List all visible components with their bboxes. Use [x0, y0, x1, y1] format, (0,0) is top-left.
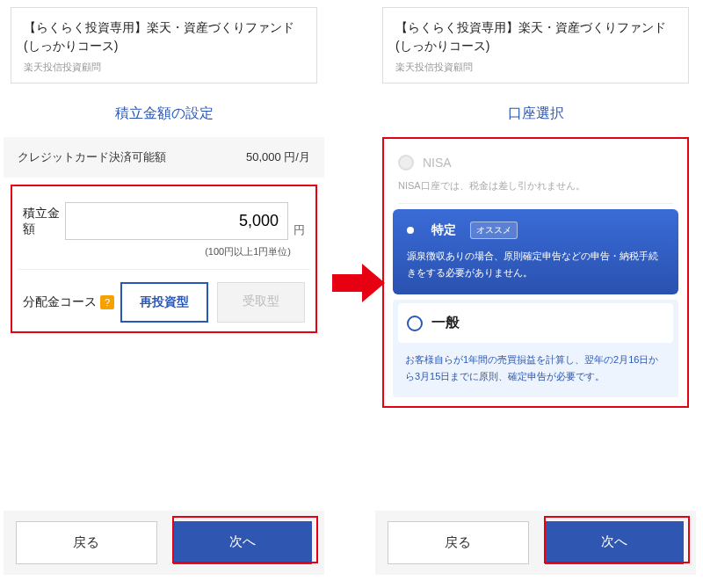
amount-label: 積立金額 — [23, 206, 65, 237]
option-nisa[interactable]: NISA NISA口座では、税金は差し引かれません。 — [384, 144, 687, 203]
credit-limit-row: クレジットカード決済可能額 50,000 円/月 — [4, 137, 324, 178]
help-icon[interactable]: ? — [100, 295, 114, 309]
amount-row: 積立金額 円 — [18, 192, 310, 242]
fund-card: 【らくらく投資専用】楽天・資産づくりファンド(しっかりコース) 楽天投信投資顧問 — [11, 7, 317, 83]
fund-name: 【らくらく投資専用】楽天・資産づくりファンド(しっかりコース) — [24, 18, 304, 55]
option-ippan-label: 一般 — [431, 314, 460, 332]
radio-icon — [398, 155, 414, 171]
footer-right: 戻る 次へ — [375, 511, 696, 575]
section-title-amount: 積立金額の設定 — [4, 105, 324, 123]
fund-name: 【らくらく投資専用】楽天・資産づくりファンド(しっかりコース) — [395, 18, 676, 55]
divider — [398, 203, 673, 204]
panel-account-select: 【らくらく投資専用】楽天・資産づくりファンド(しっかりコース) 楽天投信投資顧問… — [375, 0, 696, 580]
next-button[interactable]: 次へ — [173, 521, 313, 564]
credit-limit-value: 50,000 円/月 — [246, 149, 310, 165]
section-title-account: 口座選択 — [375, 105, 696, 123]
distribution-row: 分配金コース ? 再投資型 受取型 — [18, 279, 310, 324]
back-button[interactable]: 戻る — [388, 521, 529, 564]
option-ippan-container: 一般 お客様自らが1年間の売買損益を計算し、翌年の2月16日から3月15日までに… — [393, 300, 678, 396]
fund-card: 【らくらく投資専用】楽天・資産づくりファンド(しっかりコース) 楽天投信投資顧問 — [382, 7, 689, 83]
option-ippan[interactable]: 一般 — [398, 303, 673, 343]
panel-amount-settings: 【らくらく投資専用】楽天・資産づくりファンド(しっかりコース) 楽天投信投資顧問… — [4, 0, 324, 580]
fund-provider: 楽天投信投資顧問 — [24, 61, 304, 74]
option-nisa-note: NISA口座では、税金は差し引かれません。 — [398, 179, 673, 192]
option-ippan-note: お客様自らが1年間の売買損益を計算し、翌年の2月16日から3月15日までに原則、… — [398, 343, 673, 384]
highlight-box-account: NISA NISA口座では、税金は差し引かれません。 特定 オススメ 源泉徴収あ… — [382, 137, 689, 408]
amount-hint: (100円以上1円単位) — [18, 242, 310, 258]
fund-provider: 楽天投信投資顧問 — [395, 61, 676, 74]
radio-icon — [407, 316, 423, 331]
distribution-reinvest-button[interactable]: 再投資型 — [120, 282, 208, 323]
footer-left: 戻る 次へ — [4, 511, 324, 575]
credit-limit-label: クレジットカード決済可能額 — [18, 149, 166, 165]
recommended-badge: オススメ — [470, 221, 518, 239]
option-nisa-label: NISA — [423, 156, 452, 170]
divider — [18, 269, 310, 270]
option-tokutei-label: 特定 — [431, 222, 456, 238]
amount-unit: 円 — [288, 222, 305, 240]
next-button[interactable]: 次へ — [545, 521, 685, 564]
distribution-label: 分配金コース ? — [23, 294, 114, 310]
option-tokutei[interactable]: 特定 オススメ 源泉徴収ありの場合、原則確定申告などの申告・納税手続きをする必要… — [393, 209, 678, 294]
back-button[interactable]: 戻る — [16, 521, 157, 564]
distribution-receive-button[interactable]: 受取型 — [217, 282, 305, 323]
option-tokutei-note: 源泉徴収ありの場合、原則確定申告などの申告・納税手続きをする必要がありません。 — [407, 248, 664, 280]
amount-input[interactable] — [65, 202, 288, 240]
highlight-box-amount: 積立金額 円 (100円以上1円単位) 分配金コース ? 再投資型 受取型 — [11, 185, 317, 333]
radio-selected-icon — [407, 227, 414, 234]
